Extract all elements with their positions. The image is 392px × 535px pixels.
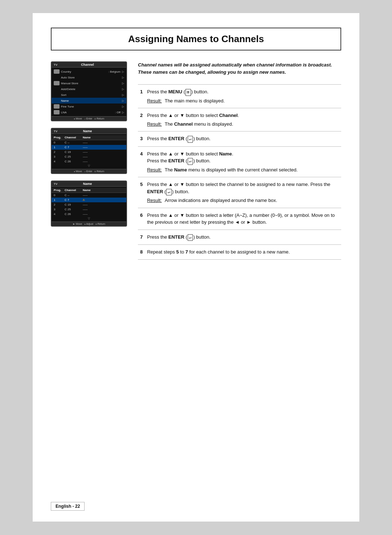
tv-title-1: Channel [81,63,94,66]
tv-table-row-2-4: 4C 26----- [52,159,126,164]
step-content-8: Repeat steps 5 to 7 for each channel to … [145,245,341,260]
step-num-6: 6 [138,208,145,230]
page: Assigning Names to Channels TV Channel C… [33,13,359,522]
tv-table-row-3-4: 4C 26----- [52,212,126,216]
tv-screen-3: TV Name Prog. Channel Name 0C ------- 1C… [51,181,127,227]
step-row-8: 8 Repeat steps 5 to 7 for each channel t… [138,245,341,260]
tv-footer-2: ⬧ Move ↵ Enter ⊞ Return [52,169,126,173]
step-num-8: 8 [138,245,145,260]
tv-footer-3: ► Move ⬧ Adjust ⊞ Return [52,222,126,226]
enter-icon-7: ↵ [188,234,193,241]
enter-icon-4: ↵ [188,158,193,165]
step-num-4: 4 [138,146,145,177]
result-line-4: Result: The Name menu is displayed with … [147,166,339,174]
tv-row-country: Country : Belgium ▷ [52,69,126,74]
step-row-7: 7 Press the ENTER (↵) button. [138,230,341,245]
left-panel: TV Channel Country : Belgium ▷ Auto Stor… [51,61,127,260]
step-content-4: Press the ▲ or ▼ button to select Name. … [145,146,341,177]
content-area: TV Channel Country : Belgium ▷ Auto Stor… [51,61,341,260]
step-content-3: Press the ENTER (↵) button. [145,131,341,147]
result-line-5: Result: Arrow indications are displayed … [147,197,339,204]
tv-footer-1: ⬧ Move ↵ Enter ⊞ Return [52,116,126,121]
tv-row-autostore: Auto Store ▷ [52,74,126,80]
tv-table-row-2-1: 1C 7----- [52,145,126,150]
tv-screen-3-header: TV Name [52,181,126,187]
right-panel: Channel names will be assigned automatic… [138,61,341,260]
page-title: Assigning Names to Channels [59,33,333,45]
step-num-5: 5 [138,177,145,208]
step-num-1: 1 [138,85,145,108]
menu-icon: ⊞ [185,89,191,96]
tv-row-sort: Sort ▷ [52,92,126,98]
step-row-3: 3 Press the ENTER (↵) button. [138,131,341,147]
step-row-4: 4 Press the ▲ or ▼ button to select Name… [138,146,341,177]
tv-label-1: TV [54,63,57,66]
tv-screen-1: TV Channel Country : Belgium ▷ Auto Stor… [51,61,127,121]
step-row-1: 1 Press the MENU (⊞) button. Result: The… [138,85,341,108]
tv-table-row-3-1: 1C 7A [52,198,126,202]
tv-body-1: Country : Belgium ▷ Auto Store ▷ Manual … [52,68,126,116]
step-row-6: 6 Press the ▲ or ▼ button to select a le… [138,208,341,230]
page-title-box: Assigning Names to Channels [51,28,341,50]
step-content-5: Press the ▲ or ▼ button to select the ch… [145,177,341,208]
tv-table-row-2-3: 3C 25----- [52,154,126,159]
scroll-indicator-2: ▽ [52,164,126,168]
step-row-2: 2 Press the ▲ or ▼ button to select Chan… [138,108,341,131]
step-num-3: 3 [138,131,145,147]
tv-row-finetune: Fine Tune ▷ [52,104,126,109]
tv-screen-2: TV Name Prog. Channel Name 0C ------- 1C… [51,128,127,174]
tv-screen-1-header: TV Channel [52,62,126,68]
tv-table-header-3: Prog. Channel Name [52,188,126,193]
tv-table-row-3-0: 0C ------- [52,193,126,198]
step-content-1: Press the MENU (⊞) button. Result: The m… [145,85,341,108]
tv-body-2: Prog. Channel Name 0C ------- 1C 7----- … [52,134,126,169]
enter-icon-3: ↵ [188,136,193,143]
step-num-7: 7 [138,230,145,245]
tv-table-row-3-3: 3C 25----- [52,207,126,212]
tv-screen-2-header: TV Name [52,129,126,134]
tv-row-name: Name ▷ [52,98,126,104]
step-content-6: Press the ▲ or ▼ button to select a lett… [145,208,341,230]
tv-table-row-3-2: 2C 19----- [52,202,126,207]
tv-row-adddelete: Add/Delete ▷ [52,86,126,92]
tv-table-row-2-0: 0C ------- [52,140,126,145]
result-line-2: Result: The Channel menu is displayed. [147,121,339,128]
scroll-indicator-3: ▽ [52,216,126,220]
step-num-2: 2 [138,108,145,131]
footer-text: English - 22 [56,504,80,509]
tv-row-manualstore: Manual Store ▷ [52,80,126,86]
tv-body-3: Prog. Channel Name 0C ------- 1C 7A 2C 1… [52,187,126,222]
steps-table: 1 Press the MENU (⊞) button. Result: The… [138,84,341,260]
intro-paragraph: Channel names will be assigned automatic… [138,61,341,76]
step-content-7: Press the ENTER (↵) button. [145,230,341,245]
tv-table-header-2: Prog. Channel Name [52,135,126,140]
tv-table-row-2-2: 2C 19----- [52,150,126,154]
enter-icon-5: ↵ [166,189,172,196]
step-content-2: Press the ▲ or ▼ button to select Channe… [145,108,341,131]
page-footer: English - 22 [51,502,85,511]
tv-row-lna: LNA : Off ▷ [52,109,126,115]
result-line-1: Result: The main menu is displayed. [147,97,339,105]
step-row-5: 5 Press the ▲ or ▼ button to select the … [138,177,341,208]
